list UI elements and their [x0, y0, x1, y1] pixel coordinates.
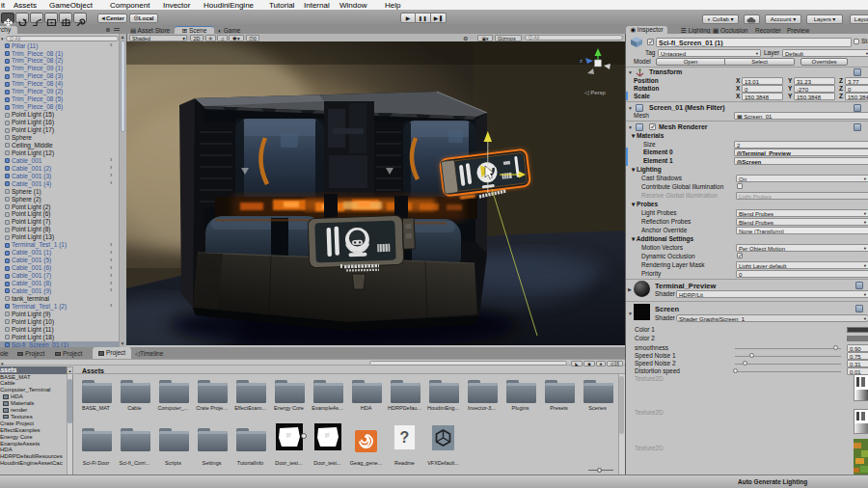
svg-text:◁ Persp: ◁ Persp — [584, 90, 607, 95]
svg-text:z: z — [580, 58, 583, 64]
